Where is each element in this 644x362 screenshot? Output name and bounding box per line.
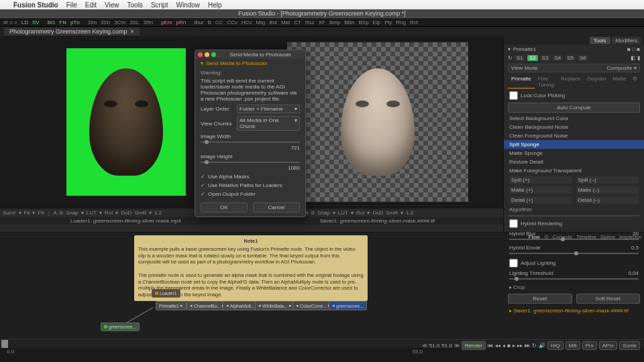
op-clean-bg[interactable]: Clean Background Noise: [504, 123, 644, 131]
auto-compute-button[interactable]: Auto Compute: [508, 103, 640, 113]
shelf-blur[interactable]: Blur: [194, 19, 203, 25]
ok-button[interactable]: OK: [201, 202, 248, 213]
stop-icon[interactable]: ■: [507, 343, 511, 349]
transport-controls[interactable]: ≪ 51.0 51.0 ≫ Render ⏮ ◂◂ ◂ ■ ▸ ▸▸ ⏭ ↻ 🔊…: [422, 341, 640, 350]
flow-graph[interactable]: Flow ⊙ Console Timeline Spline Inspector…: [0, 233, 644, 339]
algo-rt[interactable]: Primatte RT: [596, 216, 639, 217]
node-primatte[interactable]: Primatte1▸: [156, 301, 186, 310]
view-chunks-row[interactable]: View Chunks All Media in One Chunk▾: [195, 115, 305, 132]
tl-end[interactable]: 53.0: [215, 349, 423, 355]
minimize-icon[interactable]: [205, 52, 209, 57]
tl-current[interactable]: 51.0: [429, 343, 440, 349]
detail-minus[interactable]: Detail (–): [576, 196, 639, 204]
vt-scale-b[interactable]: 1:2: [406, 210, 413, 216]
flow-panel-tabs[interactable]: Flow ⊙ Console Timeline Spline Inspector: [529, 234, 641, 240]
shelf-bmp[interactable]: Bmp: [329, 19, 340, 25]
playhead[interactable]: [1, 340, 8, 348]
vt-lut[interactable]: LUT: [87, 210, 97, 216]
vt-snap[interactable]: Snap: [66, 210, 78, 216]
ver-s3[interactable]: S3: [540, 55, 551, 61]
shelf-mat[interactable]: Mat: [281, 19, 290, 25]
algo-primatte[interactable]: Primatte: [508, 216, 552, 217]
ver-s5[interactable]: S5: [565, 55, 576, 61]
menu-window[interactable]: Window: [176, 1, 200, 9]
ft-console[interactable]: Console: [553, 234, 572, 240]
ver-s6[interactable]: S6: [578, 55, 588, 61]
shelf-3im[interactable]: 3Im: [88, 19, 97, 25]
shelf-3sh[interactable]: 3Sh: [101, 19, 110, 25]
shelf-ptn[interactable]: pTn: [70, 19, 80, 25]
st-primatte[interactable]: Primatte: [508, 75, 535, 88]
shelf-chevrons[interactable]: ≪ < >: [3, 19, 17, 25]
shelf-ct[interactable]: CT: [294, 19, 301, 25]
shelf-hcv[interactable]: HCv: [241, 19, 252, 25]
disclosure-icon[interactable]: ▾: [508, 46, 511, 52]
ver-s2[interactable]: S2: [527, 55, 538, 61]
image-height-slider[interactable]: Image Height 1080: [195, 152, 305, 172]
shelf-bg[interactable]: BG: [48, 19, 56, 25]
op-select-bg[interactable]: Select Background Color: [504, 114, 644, 123]
vt-fit2[interactable]: Fit: [38, 210, 44, 216]
shelf-3rn[interactable]: 3Rn: [143, 19, 153, 25]
detail-plus[interactable]: Detail (+): [509, 196, 572, 204]
macos-menubar[interactable]: Fusion Studio File Edit View Tools Scrip…: [0, 0, 644, 9]
inspector-subtabs[interactable]: Primatte Fine Tuning Replace Degrain Mat…: [504, 74, 644, 90]
hybrid-rendering[interactable]: Hybrid Rendering: [504, 218, 644, 229]
tool-shelf[interactable]: ≪ < > LD SV BG FN pTn 3Im 3Sh 3Cm 3SL 3R…: [0, 17, 644, 27]
spill-plus[interactable]: Spill (+): [509, 176, 572, 184]
vt-subv[interactable]: SubV: [3, 210, 16, 216]
tl-start[interactable]: 0.0: [7, 349, 215, 355]
vt-smr-b[interactable]: SmR: [386, 210, 398, 216]
shelf-cc[interactable]: CC: [215, 19, 223, 25]
menu-file[interactable]: File: [66, 1, 77, 9]
op-spill-sponge[interactable]: Spill Sponge: [504, 140, 644, 149]
audio-icon[interactable]: 🔊: [539, 343, 545, 349]
mb-button[interactable]: MB: [566, 341, 580, 350]
st-degrain[interactable]: Degrain: [584, 75, 609, 88]
timeline[interactable]: 0.0 53.0 ≪ 51.0 51.0 ≫ Render ⏮ ◂◂ ◂ ■ ▸…: [0, 339, 644, 359]
op-clean-fg[interactable]: Clean Foreground Noise: [504, 131, 644, 140]
menu-view[interactable]: View: [105, 1, 119, 9]
shelf-fn[interactable]: FN: [59, 19, 66, 25]
doc-tab[interactable]: Photogrammetry Greenscreen Keying.comp ×: [4, 27, 140, 36]
view-mode-dropdown[interactable]: View ModeComposite ▾: [508, 64, 640, 72]
skip-start-icon[interactable]: ⏮: [488, 343, 493, 349]
algo-tabs[interactable]: Primatte Primatte RT+ Primatte RT: [508, 215, 640, 217]
use-alpha-checkbox[interactable]: ✓Use Alpha Masks: [195, 172, 305, 181]
ft-timeline[interactable]: Timeline: [576, 234, 596, 240]
shelf-b[interactable]: B: [208, 19, 211, 25]
shelf-ply[interactable]: Ply: [384, 19, 392, 25]
op-make-fg-trans[interactable]: Make Foreground Transparent: [504, 166, 644, 175]
vt-scale[interactable]: 1:2: [154, 210, 162, 216]
shelf-xf[interactable]: XF: [319, 19, 325, 25]
close-icon[interactable]: [198, 52, 203, 57]
prev-frame-icon[interactable]: ◂◂: [495, 343, 500, 349]
shelf-ccv[interactable]: CCv: [227, 19, 237, 25]
node-greenscreen-loader[interactable]: greenscree...: [101, 322, 140, 331]
loop-icon[interactable]: ↻: [532, 343, 537, 349]
zoom-icon[interactable]: [211, 52, 216, 57]
menu-edit[interactable]: Edit: [85, 1, 97, 9]
matte-plus[interactable]: Matte (+): [509, 186, 572, 194]
vt-roi[interactable]: RoI: [105, 210, 113, 216]
op-restore-detail[interactable]: Restore Detail: [504, 158, 644, 166]
shelf-bol[interactable]: Bol: [269, 19, 277, 25]
some-button[interactable]: Some: [619, 341, 640, 350]
vt-roi-b[interactable]: RoI: [356, 210, 364, 216]
node-whitebalance[interactable]: ◂WhiteBala...▸: [255, 301, 295, 310]
render-button[interactable]: Render: [462, 341, 486, 350]
vt-lut-b[interactable]: LUT: [338, 210, 348, 216]
vt-dod[interactable]: DoD: [121, 210, 131, 216]
vt-smr[interactable]: SmR: [134, 210, 146, 216]
shelf-rct[interactable]: Rct: [410, 19, 418, 25]
shelf-rsz[interactable]: Rsz: [305, 19, 315, 25]
ft-flow[interactable]: Flow: [529, 234, 540, 240]
algo-rtplus[interactable]: Primatte RT+: [552, 216, 596, 217]
open-output-checkbox[interactable]: ✓Open Output Folder: [195, 190, 305, 198]
aprx-button[interactable]: APrx: [599, 341, 617, 350]
vt-dod-b[interactable]: DoD: [372, 210, 383, 216]
ver-s1[interactable]: S1: [515, 55, 525, 61]
image-width-slider[interactable]: Image Width 721: [195, 132, 305, 152]
menu-script[interactable]: Script: [151, 1, 168, 9]
spill-minus[interactable]: Spill (–): [576, 176, 639, 184]
